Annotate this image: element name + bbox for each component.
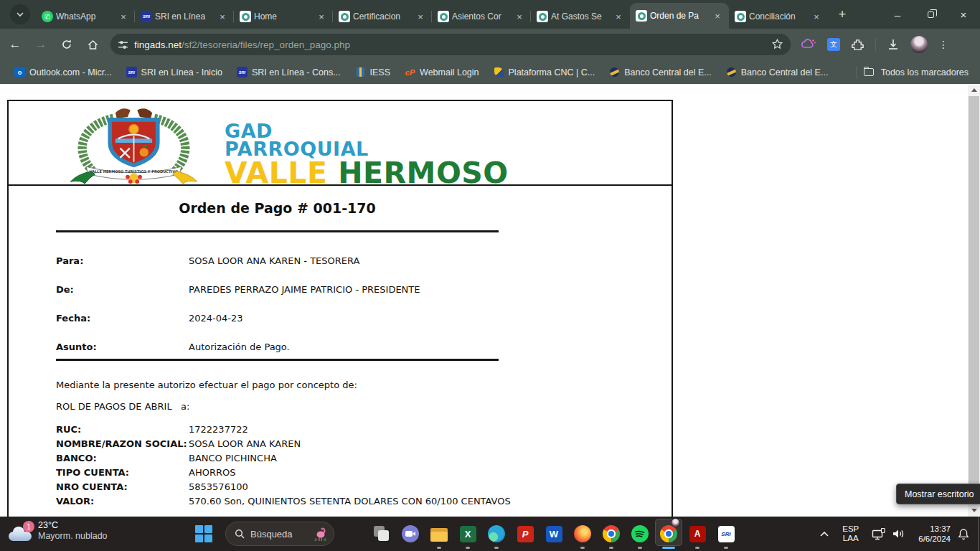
tab-close-icon[interactable]: × [613, 11, 624, 22]
forward-button[interactable]: → [30, 34, 52, 55]
tab-conciliacion[interactable]: Conciliación × [729, 4, 828, 29]
folder-icon [864, 68, 874, 76]
spotify-button[interactable] [626, 517, 654, 551]
notification-badge: 1 [23, 521, 34, 532]
reload-button[interactable] [56, 34, 77, 55]
clock[interactable]: 13:37 6/6/2024 [918, 524, 951, 544]
site-info-icon[interactable] [118, 39, 128, 50]
fingads-icon [240, 11, 251, 22]
volume-icon[interactable] [892, 528, 905, 540]
sri-app-button[interactable]: SRi [712, 517, 740, 551]
scrollbar-thumb[interactable] [969, 96, 979, 499]
bookmark-sri-inicio[interactable]: SRI SRI en Línea - Inicio [126, 67, 222, 77]
tab-orden-de-pago-active[interactable]: Orden de Pa × [630, 3, 729, 29]
address-bar[interactable]: fingads.net/sf2/tesoreria/files/rep_orde… [110, 34, 791, 55]
concept-text: ROL DE PAGOS DE ABRIL a: [56, 401, 601, 412]
divider [56, 359, 499, 361]
logo-line3: VALLE HERMOSO [225, 159, 509, 187]
start-button[interactable] [195, 525, 212, 542]
network-icon[interactable] [872, 528, 885, 540]
bookmark-banco-central-2[interactable]: Banco Central del E... [726, 67, 829, 77]
edge-icon [488, 525, 505, 542]
word-button[interactable]: W [540, 517, 568, 551]
tab-close-icon[interactable]: × [712, 10, 723, 22]
toolbar-extensions: 文 ⋮ [801, 36, 948, 53]
detail-row-valor: VALOR:570.60 Son, QUINIENTOS SETENTA DOL… [56, 496, 511, 510]
tab-whatsapp[interactable]: ✆ WhatsApp × [36, 4, 135, 29]
all-bookmarks[interactable]: Todos los marcadores [856, 66, 969, 79]
toolbar-separator [875, 38, 876, 51]
bookmark-sri-consultas[interactable]: SRI SRI en Línea - Cons... [237, 67, 341, 77]
bookmark-outlook[interactable]: o Outlook.com - Micr... [14, 67, 112, 77]
pdf-xchange-button[interactable]: P [511, 517, 540, 551]
tab-at-gastos[interactable]: At Gastos Se × [531, 4, 630, 29]
page-scrollbar[interactable] [968, 84, 980, 517]
weather-widget[interactable]: 1 23°C Mayorm. nublado [9, 519, 108, 542]
excel-button[interactable]: X [453, 517, 482, 551]
weather-condition: Mayorm. nublado [38, 531, 108, 542]
tab-strip: ✆ WhatsApp × SRI SRI en Línea × Home × C… [0, 0, 980, 29]
tab-close-icon[interactable]: × [316, 11, 327, 22]
whatsapp-icon: ✆ [42, 11, 53, 22]
detail-row-nro-cuenta: NRO CUENTA:5853576100 [56, 481, 511, 496]
new-tab-button[interactable]: + [832, 4, 852, 24]
restore-button[interactable] [914, 0, 947, 29]
sri-icon: SRI [126, 67, 137, 77]
tab-close-icon[interactable]: × [514, 11, 525, 22]
tab-close-icon[interactable]: × [118, 11, 129, 22]
browser-menu-icon[interactable]: ⋮ [938, 43, 948, 47]
tab-close-icon[interactable]: × [415, 11, 426, 22]
tab-close-icon[interactable]: × [811, 11, 822, 22]
back-button[interactable]: ← [4, 34, 26, 55]
bookmark-star-button[interactable] [771, 38, 783, 50]
chat-button[interactable] [396, 517, 425, 551]
home-button[interactable] [82, 34, 103, 55]
language-indicator[interactable]: ESP LAA [842, 524, 859, 543]
file-explorer-button[interactable] [425, 517, 453, 551]
bookmark-iess[interactable]: IESS [355, 67, 391, 77]
tabs: ✆ WhatsApp × SRI SRI en Línea × Home × C… [36, 0, 828, 29]
bookmark-cnc[interactable]: Plataforma CNC | C... [494, 67, 595, 77]
tab-sri[interactable]: SRI SRI en Línea × [135, 4, 234, 29]
url-text[interactable]: fingads.net/sf2/tesoreria/files/rep_orde… [134, 39, 350, 50]
chrome-profile-button-active[interactable] [654, 517, 683, 551]
sri-icon: SRI [237, 67, 248, 77]
tab-close-icon[interactable]: × [217, 11, 228, 22]
profile-avatar[interactable] [910, 36, 928, 53]
tab-search-button[interactable] [10, 4, 30, 24]
cloud-icon: 1 [9, 525, 33, 542]
document-body: Orden de Pago # 001-170 Para:SOSA LOOR A… [9, 186, 672, 517]
minimize-button[interactable]: – [881, 0, 914, 29]
chrome-icon [603, 525, 620, 542]
reload-icon [61, 39, 72, 50]
scrollbar-down-icon[interactable] [968, 504, 980, 517]
translate-icon[interactable]: 文 [827, 38, 840, 51]
tab-asientos[interactable]: Asientos Cor × [432, 4, 531, 29]
taskbar-search[interactable]: Búsqueda [225, 522, 334, 546]
task-view-button[interactable] [367, 517, 396, 551]
profile-badge [671, 518, 680, 527]
downloads-icon[interactable] [887, 38, 900, 51]
edge-button[interactable] [482, 517, 511, 551]
scrollbar-up-icon[interactable] [968, 84, 980, 96]
notifications-bell-icon[interactable] [958, 528, 969, 540]
show-desktop-tooltip: Mostrar escritorio [896, 484, 980, 504]
svg-text:VALLE HERMOSO TURÍSTICO Y PROD: VALLE HERMOSO TURÍSTICO Y PRODUCTIVO [90, 169, 179, 174]
cnc-icon [494, 67, 504, 77]
weather-extension-icon[interactable] [801, 38, 816, 51]
acrobat-button[interactable]: A [683, 517, 712, 551]
bookmark-banco-central-1[interactable]: Banco Central del E... [609, 67, 712, 77]
weather-text: 23°C Mayorm. nublado [38, 520, 108, 542]
bookmarks-bar: o Outlook.com - Micr... SRI SRI en Línea… [0, 60, 980, 84]
firefox-button[interactable] [568, 517, 597, 551]
window-controls: – × [881, 0, 980, 29]
tab-home[interactable]: Home × [234, 4, 333, 29]
screen: ✆ WhatsApp × SRI SRI en Línea × Home × C… [0, 0, 980, 551]
close-button[interactable]: × [947, 0, 980, 29]
bookmark-webmail[interactable]: cP Webmail Login [405, 67, 479, 77]
tab-certificacion[interactable]: Certificacion × [333, 4, 432, 29]
extensions-puzzle-icon[interactable] [851, 38, 864, 52]
tray-chevron-icon[interactable] [819, 530, 829, 537]
fingads-icon [636, 10, 647, 22]
chrome-button[interactable] [597, 517, 626, 551]
